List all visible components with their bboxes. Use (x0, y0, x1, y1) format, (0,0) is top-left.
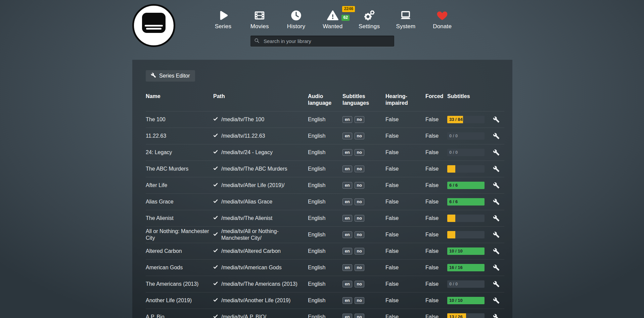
audio-language: English (308, 264, 342, 271)
play-icon (217, 9, 229, 22)
series-path-text: /media/tv/The 100 (221, 116, 264, 123)
language-badge: en (342, 248, 352, 255)
gears-icon (363, 9, 375, 22)
series-editor-label: Series Editor (159, 73, 190, 79)
check-icon (213, 182, 218, 189)
row-actions (492, 297, 504, 304)
subtitles-progress-bar: 6 / 6 (447, 198, 485, 206)
forced-value: False (425, 149, 447, 156)
row-actions (492, 248, 504, 255)
col-header-hearing-impaired: Hearing-impaired (385, 93, 425, 106)
forced-value: False (425, 264, 447, 271)
app-logo[interactable] (132, 4, 175, 47)
edit-series-button[interactable] (492, 116, 500, 123)
language-badge: no (355, 116, 364, 123)
series-editor-button[interactable]: Series Editor (146, 70, 195, 82)
progress-label: 0 / 0 (449, 281, 458, 287)
progress-label: 13 / 26 (449, 314, 463, 318)
language-badge: en (342, 231, 352, 238)
film-icon (254, 9, 266, 22)
subtitles-progress-bar: 10 / 10 (447, 297, 485, 304)
subtitles-cell: 13 / 26 (447, 313, 492, 318)
check-icon (213, 231, 218, 238)
subtitles-cell: 6 / 6 (447, 182, 492, 189)
series-path: /media/tv/Another Life (2019) (213, 297, 308, 304)
edit-series-button[interactable] (492, 297, 500, 304)
table-row: Alias Grace/media/tv/Alias GraceEnglishe… (146, 193, 504, 210)
audio-language: English (308, 133, 342, 139)
row-actions (492, 149, 504, 156)
hearing-impaired-value: False (385, 133, 425, 139)
edit-series-button[interactable] (492, 198, 500, 205)
language-badge: en (342, 215, 352, 222)
subtitles-progress-bar (447, 215, 485, 222)
audio-language: English (308, 198, 342, 205)
edit-series-button[interactable] (492, 264, 500, 271)
table-row: 24: Legacy/media/tv/24 - LegacyEnglishen… (146, 144, 504, 161)
language-badge: no (355, 314, 364, 318)
edit-series-button[interactable] (492, 133, 500, 139)
forced-value: False (425, 182, 447, 189)
table-row: American Gods/media/tv/American GodsEngl… (146, 259, 504, 276)
edit-series-button[interactable] (492, 149, 500, 156)
progress-label: 33 / 84 (449, 117, 463, 122)
check-icon (213, 314, 218, 318)
forced-value: False (425, 133, 447, 139)
series-path: /media/tv/The Alienist (213, 215, 308, 222)
series-path: /media/tv/24 - Legacy (213, 149, 308, 156)
nav-item-series[interactable]: Series (205, 9, 241, 30)
hearing-impaired-value: False (385, 248, 425, 255)
edit-series-button[interactable] (492, 182, 500, 189)
subtitles-languages: enno (342, 297, 385, 304)
nav-item-history[interactable]: History (278, 9, 315, 30)
nav-item-system[interactable]: System (387, 9, 424, 30)
language-badge: en (342, 149, 352, 156)
table-row: After Life/media/tv/After Life (2019)/En… (146, 177, 504, 193)
series-name: The ABC Murders (146, 166, 213, 172)
edit-series-button[interactable] (492, 248, 500, 255)
check-icon (213, 198, 218, 205)
search-icon (254, 38, 263, 45)
logo-subtitle-line (146, 28, 162, 30)
nav-item-wanted[interactable]: Wanted224662 (314, 9, 351, 30)
search-input[interactable] (263, 38, 391, 44)
col-header-path: Path (213, 93, 308, 100)
language-badge: en (342, 264, 352, 271)
hearing-impaired-value: False (385, 231, 425, 238)
language-badge: no (355, 215, 364, 222)
language-badge: en (342, 133, 352, 139)
language-badge: no (355, 281, 364, 287)
subtitles-progress-bar: 6 / 6 (447, 182, 485, 189)
nav-item-donate[interactable]: Donate (424, 9, 461, 30)
edit-series-button[interactable] (492, 314, 500, 318)
hearing-impaired-value: False (385, 182, 425, 189)
edit-series-button[interactable] (492, 281, 500, 287)
series-name: Altered Carbon (146, 248, 213, 255)
row-actions (492, 215, 504, 222)
series-path: /media/tv/11.22.63 (213, 133, 308, 139)
series-path-text: /media/tv/11.22.63 (221, 133, 265, 139)
subtitles-languages: enno (342, 264, 385, 271)
table-row: All or Nothing: Manchester City/media/tv… (146, 226, 504, 243)
audio-language: English (308, 116, 342, 123)
subtitles-progress-bar: 0 / 0 (447, 149, 485, 156)
col-header-subtitles: Subtitles (447, 93, 492, 100)
edit-series-button[interactable] (492, 166, 500, 172)
forced-value: False (425, 314, 447, 318)
edit-series-button[interactable] (492, 215, 500, 222)
nav-item-settings[interactable]: Settings (351, 9, 387, 30)
hearing-impaired-value: False (385, 297, 425, 304)
nav-item-movies[interactable]: Movies (241, 9, 278, 30)
hearing-impaired-value: False (385, 281, 425, 287)
nav-label: Series (215, 23, 231, 30)
table-row: The Alienist/media/tv/The AlienistEnglis… (146, 210, 504, 226)
edit-series-button[interactable] (492, 231, 500, 238)
series-path-text: /media/tv/After Life (2019)/ (221, 182, 285, 189)
row-actions (492, 133, 504, 139)
hearing-impaired-value: False (385, 264, 425, 271)
audio-language: English (308, 166, 342, 172)
laptop-icon (400, 9, 412, 22)
check-icon (213, 281, 218, 287)
series-path-text: /media/tv/Alias Grace (221, 198, 272, 205)
subtitles-progress-bar: 0 / 0 (447, 132, 485, 140)
